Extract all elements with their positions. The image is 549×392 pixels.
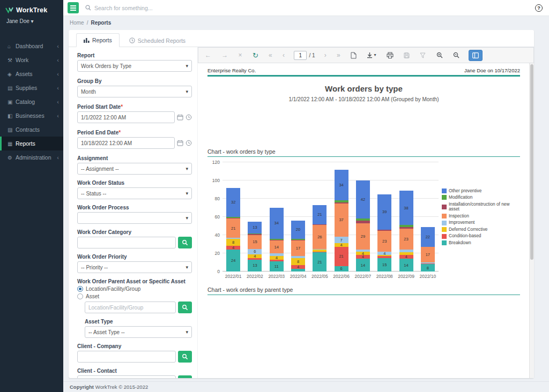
legend-item: Deferred Corrective — [442, 227, 520, 232]
calendar-icon[interactable] — [177, 140, 183, 146]
bar-segment: 39 — [377, 194, 391, 230]
period-start-label: Period Start Date — [77, 104, 121, 110]
page-number-input[interactable] — [294, 51, 307, 60]
chevron-left-icon: ‹ — [57, 43, 59, 49]
assignment-label: Assignment — [77, 155, 192, 161]
radio-location-facility-group[interactable]: Location/Facility/Group — [77, 286, 192, 292]
wo-process-select[interactable]: ▾ — [77, 212, 192, 224]
document-icon[interactable] — [350, 51, 358, 60]
last-page-icon[interactable]: » — [336, 51, 342, 59]
bar-segment: 4 — [356, 252, 370, 255]
sidebar-item-dashboard[interactable]: ⌂ Dashboard ‹ — [0, 39, 63, 53]
lookup-button[interactable] — [178, 237, 192, 248]
client-contact-input[interactable] — [77, 375, 176, 378]
bar-segment — [291, 269, 305, 272]
legend-item: Breakdown — [442, 240, 520, 246]
forward-icon[interactable]: → — [220, 51, 229, 59]
save-icon[interactable] — [403, 51, 411, 59]
legend-swatch — [442, 227, 447, 232]
help-icon[interactable]: ? — [535, 4, 543, 12]
first-page-icon[interactable]: « — [268, 51, 273, 59]
caret-down-icon: ▾ — [186, 265, 188, 270]
wo-category-label: Work Order Category — [77, 229, 192, 235]
wrench-icon: ⚒ — [8, 57, 16, 63]
catalog-icon: ▣ — [8, 99, 16, 105]
y-tick-label: 100 — [212, 178, 220, 183]
client-company-input[interactable] — [77, 351, 176, 363]
next-page-icon[interactable]: › — [323, 51, 328, 59]
filter-funnel-icon[interactable] — [419, 51, 427, 59]
sidebar-item-contracts[interactable]: ▨ Contracts — [0, 123, 63, 137]
period-end-input[interactable] — [77, 137, 175, 149]
wo-process-label: Work Order Process — [77, 205, 192, 210]
bar-segment: 17 — [291, 240, 305, 256]
location-facility-group-input[interactable] — [85, 301, 176, 313]
radio-unselected-icon[interactable] — [77, 293, 83, 299]
search-input[interactable] — [94, 5, 244, 11]
report-viewer: ← → × ↻ « ‹ / 1 › — [197, 47, 534, 378]
asset-type-select[interactable]: -- Asset Type -- ▾ — [85, 326, 192, 338]
breadcrumb-home[interactable]: Home — [70, 20, 84, 26]
lookup-button[interactable] — [178, 375, 192, 378]
sidebar-item-assets[interactable]: ◈ Assets ‹ — [0, 67, 63, 81]
caret-down-icon: ▾ — [186, 329, 188, 335]
legend-swatch — [442, 189, 447, 193]
sidebar-item-catalog[interactable]: ▣ Catalog ‹ — [0, 95, 63, 109]
report-select[interactable]: Work Orders by Type ▾ — [77, 60, 192, 72]
period-start-input[interactable] — [77, 111, 175, 123]
radio-selected-icon[interactable] — [77, 286, 83, 292]
report-subtitle: 1/1/2022 12:00 AM - 10/18/2022 12:00 AM … — [207, 96, 520, 102]
bar-segment: 15 — [377, 258, 391, 272]
sidebar-item-supplies[interactable]: ▤ Supplies ‹ — [0, 81, 63, 95]
user-menu[interactable]: Jane Doe ▾ — [0, 16, 63, 32]
sidebar-item-administration[interactable]: ⚙ Administration ‹ — [0, 150, 63, 164]
sidebar-item-reports[interactable]: ▦ Reports — [0, 137, 63, 150]
calendar-icon[interactable] — [177, 114, 183, 120]
download-icon[interactable]: ▾ — [366, 51, 377, 59]
wo-status-select[interactable]: -- Status -- ▾ — [77, 187, 192, 199]
print-icon[interactable] — [385, 51, 395, 59]
copyright-text: WorkTrek © 2015-2022 — [95, 384, 148, 390]
sidebar: WorkTrek Jane Doe ▾ ⌂ Dashboard ‹ ⚒ Work… — [0, 0, 63, 392]
lookup-button[interactable] — [178, 351, 192, 363]
lookup-button[interactable] — [178, 301, 192, 313]
main-area: ? Home / Reports Reports — [63, 0, 549, 392]
clock-icon[interactable] — [186, 140, 192, 146]
refresh-icon[interactable]: ↻ — [251, 51, 259, 60]
sidebar-item-businesses[interactable]: ◧ Businesses ‹ — [0, 109, 63, 123]
close-icon[interactable]: × — [238, 51, 243, 59]
hamburger-menu-button[interactable] — [68, 2, 79, 13]
bar-segment: 32 — [226, 188, 240, 217]
bar-segment: 23 — [399, 229, 413, 250]
back-icon[interactable]: ← — [204, 51, 212, 59]
zoom-out-icon[interactable] — [452, 51, 461, 59]
bar-segment: 4 — [356, 255, 370, 259]
tab-scheduled-reports[interactable]: Scheduled Reports — [122, 33, 193, 47]
clock-icon[interactable] — [186, 114, 192, 120]
bar-segment: 38 — [399, 191, 413, 225]
previous-page-icon[interactable]: ‹ — [281, 51, 286, 59]
scrollbar-thumb[interactable] — [530, 64, 533, 260]
assignment-select[interactable]: -- Assignment -- ▾ — [77, 163, 192, 175]
caret-down-icon: ▾ — [186, 191, 188, 196]
breadcrumb: Home / Reports — [63, 16, 549, 29]
y-tick-label: 0 — [217, 269, 220, 274]
bar-segment: 22 — [421, 227, 435, 247]
gear-icon: ⚙ — [8, 155, 16, 161]
toggle-panel-button[interactable] — [469, 50, 483, 61]
group-by-select[interactable]: Month ▾ — [77, 86, 192, 97]
bar-segment: 13 — [248, 260, 262, 272]
zoom-in-icon[interactable] — [435, 51, 444, 59]
chart-yaxis: 020406080100120 — [207, 162, 222, 272]
stacked-bar: 24482132 — [226, 188, 240, 272]
report-filters-panel: Report Work Orders by Type ▾ Group By Mo… — [69, 47, 197, 378]
x-tick-label: 2022/04 — [287, 272, 309, 279]
app-root: WorkTrek Jane Doe ▾ ⌂ Dashboard ‹ ⚒ Work… — [0, 0, 549, 392]
viewer-toolbar: ← → × ↻ « ‹ / 1 › — [198, 47, 534, 63]
sidebar-item-work[interactable]: ⚒ Work ‹ — [0, 53, 63, 67]
radio-asset[interactable]: Asset — [77, 293, 192, 299]
wo-category-input[interactable] — [77, 237, 176, 248]
viewer-scrollbar — [529, 63, 534, 378]
tab-reports[interactable]: Reports — [76, 33, 120, 47]
wo-priority-select[interactable]: -- Priority -- ▾ — [77, 261, 192, 273]
